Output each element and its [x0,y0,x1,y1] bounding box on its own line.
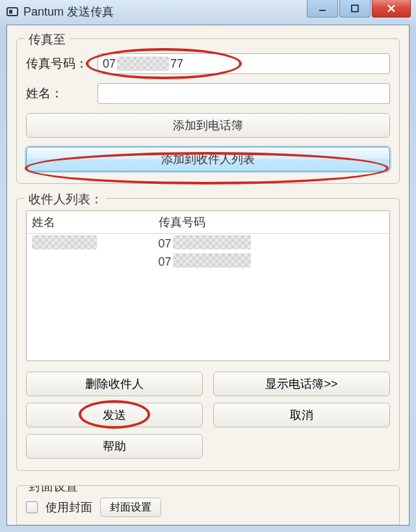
recipient-list-header: 姓名 传真号码 [27,211,389,234]
cover-page-group: 封面设置 使用封面 封面设置 [16,485,400,526]
fax-to-group: 传真至 传真号码： 07 77 姓名： [16,38,400,184]
name-label: 姓名： [26,85,98,102]
close-button[interactable] [372,0,411,18]
svg-rect-3 [352,5,358,12]
recipient-buttons: 删除收件人 显示电话簿>> 发送 取消 帮助 [26,372,390,459]
column-header-name[interactable]: 姓名 [27,212,153,233]
titlebar[interactable]: Pantum 发送传真 [0,0,416,23]
send-button[interactable]: 发送 [26,403,203,427]
recipient-list[interactable]: 姓名 传真号码 07 [26,210,390,361]
client-area: 传真至 传真号码： 07 77 姓名： [6,25,410,526]
window-controls [306,0,411,18]
table-row[interactable]: 07 [27,252,389,270]
fax-to-legend: 传真至 [25,31,70,48]
svg-rect-1 [9,10,12,14]
add-to-phonebook-button[interactable]: 添加到电话簿 [26,113,390,138]
recipient-fax-cell: 07 [153,252,389,270]
svg-rect-2 [319,10,326,11]
recipient-fax-cell: 07 [153,234,389,252]
app-icon [6,6,18,18]
recipient-name-cell [27,260,153,262]
cover-settings-button[interactable]: 封面设置 [100,498,161,517]
fax-number-row: 传真号码： 07 77 [26,53,390,74]
cover-page-legend: 封面设置 [25,485,82,495]
app-window: Pantum 发送传真 传真至 传真号码： [0,0,416,532]
minimize-button[interactable] [307,0,338,18]
name-row: 姓名： [26,83,390,104]
help-button[interactable]: 帮助 [26,434,203,459]
use-cover-checkbox[interactable] [26,501,38,513]
maximize-button[interactable] [339,0,370,18]
window-title: Pantum 发送传真 [23,4,114,19]
recipient-list-body: 07 07 [27,234,389,361]
table-row[interactable]: 07 [27,234,389,252]
cancel-button[interactable]: 取消 [213,403,390,427]
column-header-fax[interactable]: 传真号码 [153,212,389,233]
fax-number-input[interactable] [98,53,390,74]
show-phonebook-button[interactable]: 显示电话簿>> [213,372,390,396]
recipients-group: 收件人列表： 姓名 传真号码 07 [16,198,400,471]
fax-number-label: 传真号码： [26,55,98,72]
recipient-name-cell [27,234,153,252]
use-cover-label: 使用封面 [46,500,92,515]
recipients-legend: 收件人列表： [25,191,107,208]
censored-name-icon [32,235,97,249]
add-to-recipients-button[interactable]: 添加到收件人列表 [26,147,390,171]
name-input[interactable] [98,83,390,104]
delete-recipient-button[interactable]: 删除收件人 [26,372,203,396]
